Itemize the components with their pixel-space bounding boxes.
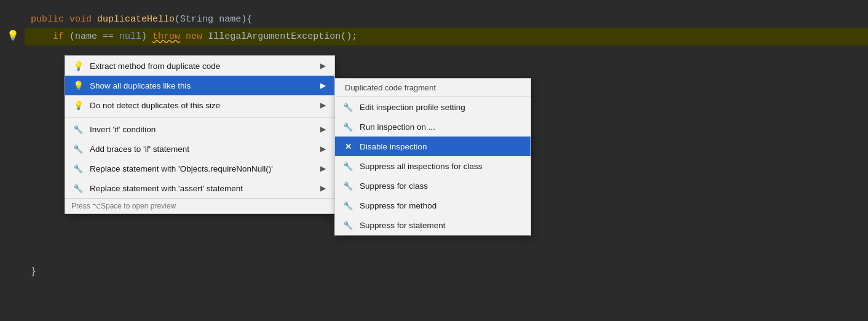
keyword-throw: throw: [152, 30, 180, 44]
menu-label-suppress-for-class: Suppress for class: [360, 181, 428, 191]
menu-label-do-not-detect: Do not detect duplicates of this size: [90, 101, 220, 110]
menu-label-edit-profile: Edit inspection profile setting: [360, 103, 465, 112]
bulb-icon-detect: 💡: [71, 98, 85, 112]
keyword-null: null: [119, 30, 141, 44]
menu-item-edit-profile[interactable]: 🔧 Edit inspection profile setting: [335, 97, 531, 117]
code-line-3: }: [31, 266, 36, 277]
menu-label-suppress-for-method: Suppress for method: [360, 201, 436, 210]
menu-item-suppress-for-method[interactable]: 🔧 Suppress for method: [335, 196, 531, 215]
status-bar: Press ⌥Space to open preview: [65, 198, 334, 213]
menu-label-invert-if: Invert 'if' condition: [90, 125, 156, 134]
menu-item-extract-method[interactable]: 💡 Extract method from duplicate code ▶: [65, 56, 334, 76]
menu-item-replace-requirenonnull[interactable]: 🔧 Replace statement with 'Objects.requir…: [65, 159, 334, 178]
wrench-icon-suppress-for-statement: 🔧: [341, 218, 355, 232]
menu-label-suppress-for-statement: Suppress for statement: [360, 221, 446, 230]
code-line-2: 💡 if (name == null ) throw new IllegalAr…: [25, 28, 868, 46]
submenu-header: Duplicated code fragment: [335, 79, 531, 97]
menu-item-suppress-for-statement[interactable]: 🔧 Suppress for statement: [335, 215, 531, 235]
keyword-void: void: [69, 12, 92, 27]
menu-label-suppress-class: Suppress all inspections for class: [360, 162, 483, 171]
popup-container: 💡 Extract method from duplicate code ▶ 💡…: [65, 55, 531, 236]
status-text: Press ⌥Space to open preview: [71, 202, 176, 210]
menu-item-add-braces[interactable]: 🔧 Add braces to 'if' statement ▶: [65, 139, 334, 159]
bulb-icon-extract: 💡: [71, 59, 85, 73]
bulb-icon[interactable]: 💡: [7, 31, 18, 42]
menu-label-disable-inspection: Disable inspection: [360, 142, 427, 151]
keyword-if: if: [53, 30, 64, 44]
wrench-icon-requirenonnull: 🔧: [71, 162, 85, 175]
wrench-icon-braces: 🔧: [71, 142, 85, 156]
wrench-icon-suppress-class: 🔧: [341, 159, 355, 173]
type-string: String: [180, 12, 213, 27]
menu-item-suppress-for-class[interactable]: 🔧 Suppress for class: [335, 176, 531, 196]
arrow-icon-requirenonnull: ▶: [308, 164, 326, 173]
menu-item-do-not-detect[interactable]: 💡 Do not detect duplicates of this size …: [65, 95, 334, 115]
keyword-public: public: [31, 12, 64, 27]
wrench-icon-suppress-for-class: 🔧: [341, 179, 355, 192]
wrench-icon-invert: 🔧: [71, 122, 85, 136]
menu-label-show-duplicates: Show all duplicates like this: [90, 81, 191, 90]
arrow-icon-duplicates: ▶: [308, 81, 326, 90]
wrench-icon-edit-profile: 🔧: [341, 100, 355, 114]
code-editor: public void duplicateHello ( String name…: [0, 0, 868, 46]
arrow-icon-detect: ▶: [308, 101, 326, 109]
menu-item-suppress-class[interactable]: 🔧 Suppress all inspections for class: [335, 156, 531, 176]
menu-item-replace-assert[interactable]: 🔧 Replace statement with 'assert' statem…: [65, 178, 334, 198]
submenu-header-text: Duplicated code fragment: [345, 83, 436, 92]
left-context-menu: 💡 Extract method from duplicate code ▶ 💡…: [65, 55, 335, 214]
menu-item-invert-if[interactable]: 🔧 Invert 'if' condition ▶: [65, 119, 334, 139]
method-name: duplicateHello: [97, 12, 175, 27]
arrow-icon-braces: ▶: [308, 145, 326, 153]
menu-label-add-braces: Add braces to 'if' statement: [90, 145, 189, 154]
menu-item-show-duplicates[interactable]: 💡 Show all duplicates like this ▶: [65, 76, 334, 95]
wrench-icon-suppress-for-method: 🔧: [341, 199, 355, 212]
menu-item-disable-inspection[interactable]: ✕ Disable inspection: [335, 137, 531, 156]
wrench-icon-run-inspection: 🔧: [341, 120, 355, 133]
menu-label-replace-assert: Replace statement with 'assert' statemen…: [90, 184, 243, 193]
wrench-icon-assert: 🔧: [71, 181, 85, 195]
keyword-new: new: [186, 30, 202, 44]
menu-label-run-inspection: Run inspection on ...: [360, 122, 435, 132]
arrow-icon-assert: ▶: [308, 184, 326, 192]
bulb-icon-duplicates: 💡: [71, 79, 85, 92]
arrow-icon-invert: ▶: [308, 125, 326, 133]
menu-label-extract-method: Extract method from duplicate code: [90, 61, 220, 71]
code-line-1: public void duplicateHello ( String name…: [25, 11, 868, 28]
x-icon-disable: ✕: [341, 140, 355, 153]
menu-label-replace-requirenonnull: Replace statement with 'Objects.requireN…: [90, 164, 273, 173]
right-submenu: Duplicated code fragment 🔧 Edit inspecti…: [334, 78, 531, 236]
menu-item-run-inspection[interactable]: 🔧 Run inspection on ...: [335, 117, 531, 137]
separator-1: [65, 117, 334, 117]
arrow-icon-extract: ▶: [308, 61, 326, 70]
